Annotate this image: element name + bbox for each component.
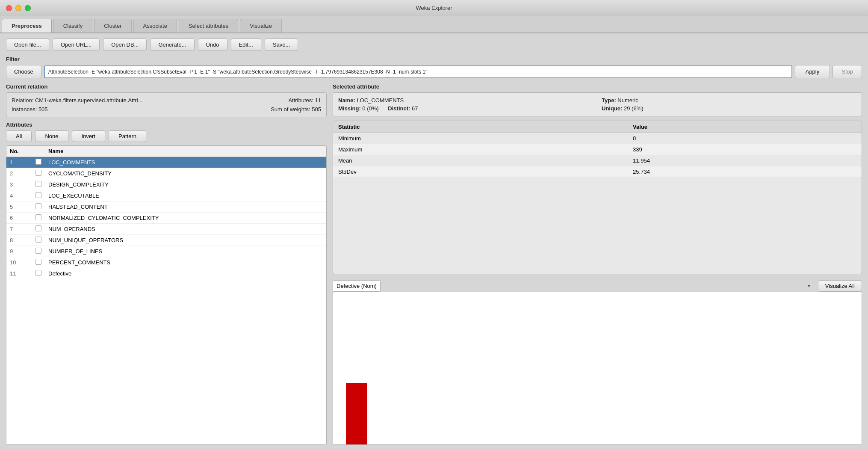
stat-value: 11.954	[628, 155, 862, 166]
choose-button[interactable]: Choose	[6, 65, 41, 78]
stop-button[interactable]: Stop	[833, 65, 862, 78]
content-area: Open file... Open URL... Open DB... Gene…	[0, 33, 868, 450]
row-checkbox[interactable]	[35, 214, 41, 220]
open-url-button[interactable]: Open URL...	[53, 38, 100, 51]
stats-row: StdDev 25.734	[333, 166, 862, 178]
stats-row: Minimum 0	[333, 133, 862, 144]
stat-name: Mean	[333, 155, 628, 166]
row-checkbox[interactable]	[35, 203, 41, 209]
table-row[interactable]: 1 LOC_COMMENTS	[6, 157, 326, 168]
row-checkbox[interactable]	[35, 237, 41, 243]
two-panel: Current relation Relation: CM1-weka.filt…	[6, 83, 862, 445]
generate-button[interactable]: Generate...	[150, 38, 194, 51]
row-name: NUM_OPERANDS	[48, 226, 323, 232]
attr-info-grid: Name: LOC_COMMENTS Type: Numeric Missing…	[338, 97, 856, 112]
attr-distinct-value: 67	[412, 105, 418, 112]
minimize-icon[interactable]	[15, 5, 21, 11]
selected-attr-title: Selected attribute	[333, 83, 862, 90]
visualize-all-button[interactable]: Visualize All	[818, 280, 862, 292]
attributes-title: Attributes	[6, 121, 327, 128]
attr-rows-container: 1 LOC_COMMENTS 2 CYCLOMATIC_DENSITY 3 DE…	[6, 157, 326, 279]
table-row[interactable]: 7 NUM_OPERANDS	[6, 224, 326, 235]
class-dropdown[interactable]: Defective (Nom)	[333, 280, 381, 292]
undo-button[interactable]: Undo	[198, 38, 227, 51]
attributes-btn-row: All None Invert Pattern	[6, 130, 327, 142]
row-no: 11	[10, 270, 35, 277]
attr-table-header: No. Name	[6, 146, 326, 157]
tab-preprocess[interactable]: Preprocess	[2, 19, 52, 33]
toolbar-row: Open file... Open URL... Open DB... Gene…	[6, 38, 862, 51]
none-button[interactable]: None	[35, 130, 68, 142]
attr-unique-value: 29 (6%)	[624, 105, 644, 112]
relation-name: Relation: CM1-weka.filters.supervised.at…	[12, 97, 142, 104]
attributes-count: Attributes: 11	[288, 97, 321, 104]
col-name-header: Name	[48, 148, 323, 154]
row-name: Defective	[48, 270, 323, 277]
selected-attr-box: Name: LOC_COMMENTS Type: Numeric Missing…	[333, 92, 862, 116]
row-checkbox[interactable]	[35, 181, 41, 187]
row-name: DESIGN_COMPLEXITY	[48, 181, 323, 188]
table-row[interactable]: 9 NUMBER_OF_LINES	[6, 246, 326, 257]
dropdown-arrow-icon: ▼	[807, 284, 811, 288]
tab-select-attributes[interactable]: Select attributes	[179, 19, 238, 33]
tab-visualize[interactable]: Visualize	[240, 19, 282, 33]
open-file-button[interactable]: Open file...	[6, 38, 49, 51]
row-checkbox[interactable]	[35, 159, 41, 165]
table-row[interactable]: 4 LOC_EXECUTABLE	[6, 190, 326, 201]
row-no: 5	[10, 204, 35, 210]
bottom-controls: Defective (Nom) ▼ Visualize All	[333, 280, 862, 292]
row-checkbox[interactable]	[35, 259, 41, 265]
table-row[interactable]: 6 NORMALIZED_CYLOMATIC_COMPLEXITY	[6, 213, 326, 224]
chart-bar	[346, 383, 367, 444]
table-row[interactable]: 2 CYCLOMATIC_DENSITY	[6, 168, 326, 179]
table-row[interactable]: 10 PERCENT_COMMENTS	[6, 257, 326, 268]
maximize-icon[interactable]	[25, 5, 31, 11]
row-checkbox[interactable]	[35, 170, 41, 176]
open-db-button[interactable]: Open DB...	[103, 38, 147, 51]
filter-label: Filter	[6, 56, 862, 62]
stat-name: Minimum	[333, 133, 628, 144]
tab-classify[interactable]: Classify	[53, 19, 93, 33]
row-checkbox[interactable]	[35, 270, 41, 276]
save-button[interactable]: Save...	[265, 38, 298, 51]
filter-row: Choose AttributeSelection -E "weka.attri…	[6, 65, 862, 78]
row-no: 3	[10, 181, 35, 188]
close-icon[interactable]	[6, 5, 12, 11]
pattern-button[interactable]: Pattern	[109, 130, 146, 142]
edit-button[interactable]: Edit...	[231, 38, 261, 51]
row-name: LOC_EXECUTABLE	[48, 192, 323, 199]
stats-col-statistic: Statistic	[333, 121, 628, 133]
tab-cluster[interactable]: Cluster	[94, 19, 131, 33]
filter-text-field[interactable]: AttributeSelection -E "weka.attributeSel…	[44, 65, 792, 78]
table-row[interactable]: 8 NUM_UNIQUE_OPERATORS	[6, 235, 326, 246]
invert-button[interactable]: Invert	[72, 130, 106, 142]
instances-value: 505	[38, 106, 48, 112]
all-button[interactable]: All	[6, 130, 32, 142]
stat-name: StdDev	[333, 166, 628, 178]
attr-missing-value: 0 (0%)	[362, 105, 378, 112]
row-name: LOC_COMMENTS	[48, 159, 323, 166]
row-no: 7	[10, 226, 35, 232]
window-title: Weka Explorer	[416, 5, 452, 11]
window-controls	[6, 5, 31, 11]
stats-row: Mean 11.954	[333, 155, 862, 166]
table-row[interactable]: 11 Defective	[6, 268, 326, 279]
row-name: NUMBER_OF_LINES	[48, 248, 323, 255]
attr-unique: Unique: 29 (6%)	[602, 105, 856, 112]
row-checkbox[interactable]	[35, 248, 41, 254]
table-row[interactable]: 3 DESIGN_COMPLEXITY	[6, 179, 326, 190]
attributes-value: 11	[315, 97, 321, 104]
row-no: 1	[10, 159, 35, 166]
tab-associate[interactable]: Associate	[133, 19, 177, 33]
row-checkbox[interactable]	[35, 192, 41, 198]
row-checkbox[interactable]	[35, 225, 41, 231]
attr-name: Name: LOC_COMMENTS	[338, 97, 593, 104]
col-no-header: No.	[10, 148, 35, 154]
stat-name: Maximum	[333, 144, 628, 155]
class-dropdown-wrapper: Defective (Nom) ▼	[333, 280, 815, 292]
filter-section: Filter Choose AttributeSelection -E "wek…	[6, 56, 862, 78]
apply-button[interactable]: Apply	[795, 65, 830, 78]
current-relation-box: Relation: CM1-weka.filters.supervised.at…	[6, 92, 327, 117]
attr-type-value: Numeric	[617, 97, 638, 104]
table-row[interactable]: 5 HALSTEAD_CONTENT	[6, 201, 326, 213]
